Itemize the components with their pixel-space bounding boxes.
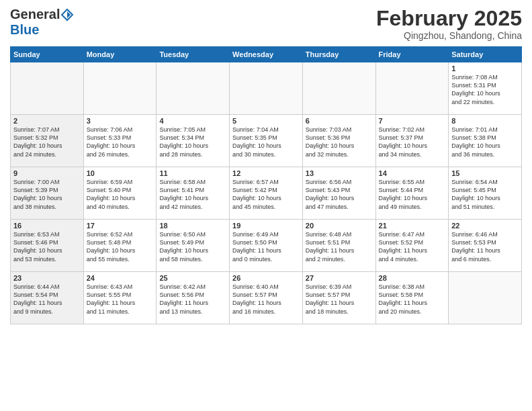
day-info: Sunrise: 7:06 AM Sunset: 5:33 PM Dayligh… xyxy=(87,126,154,158)
day-info: Sunrise: 6:49 AM Sunset: 5:50 PM Dayligh… xyxy=(232,230,300,263)
day-info: Sunrise: 6:55 AM Sunset: 5:44 PM Dayligh… xyxy=(379,178,446,211)
day-info: Sunrise: 7:03 AM Sunset: 5:36 PM Dayligh… xyxy=(306,126,373,158)
calendar-cell: 6Sunrise: 7:03 AM Sunset: 5:36 PM Daylig… xyxy=(302,115,375,167)
day-number: 13 xyxy=(306,169,373,177)
weekday-header-monday: Monday xyxy=(83,47,157,62)
day-number: 14 xyxy=(379,169,446,177)
logo-general-text: General xyxy=(10,7,60,22)
calendar-cell: 21Sunrise: 6:47 AM Sunset: 5:52 PM Dayli… xyxy=(375,220,449,272)
day-number: 6 xyxy=(306,117,373,125)
day-number: 17 xyxy=(87,222,154,230)
calendar-cell: 14Sunrise: 6:55 AM Sunset: 5:44 PM Dayli… xyxy=(375,167,449,220)
day-number: 7 xyxy=(379,117,446,125)
calendar-cell: 4Sunrise: 7:05 AM Sunset: 5:34 PM Daylig… xyxy=(157,115,230,167)
day-info: Sunrise: 6:46 AM Sunset: 5:53 PM Dayligh… xyxy=(451,230,519,263)
week-row-5: 23Sunrise: 6:44 AM Sunset: 5:54 PM Dayli… xyxy=(11,272,522,324)
header: General Blue February 2025 Qingzhou, Sha… xyxy=(10,7,522,41)
day-number: 15 xyxy=(451,169,519,177)
day-info: Sunrise: 6:43 AM Sunset: 5:55 PM Dayligh… xyxy=(87,283,154,316)
calendar-cell: 18Sunrise: 6:50 AM Sunset: 5:49 PM Dayli… xyxy=(157,220,230,272)
calendar-cell: 15Sunrise: 6:54 AM Sunset: 5:45 PM Dayli… xyxy=(449,167,522,220)
day-info: Sunrise: 6:59 AM Sunset: 5:40 PM Dayligh… xyxy=(87,178,154,211)
day-number: 27 xyxy=(306,274,373,282)
day-number: 16 xyxy=(13,222,81,230)
weekday-header-wednesday: Wednesday xyxy=(230,47,303,62)
day-info: Sunrise: 7:08 AM Sunset: 5:31 PM Dayligh… xyxy=(451,73,519,106)
week-row-1: 1Sunrise: 7:08 AM Sunset: 5:31 PM Daylig… xyxy=(11,62,522,115)
logo: General Blue xyxy=(10,7,75,38)
day-info: Sunrise: 6:54 AM Sunset: 5:45 PM Dayligh… xyxy=(451,178,519,211)
logo-blue-text: Blue xyxy=(10,22,39,38)
weekday-header-saturday: Saturday xyxy=(449,47,522,62)
calendar-cell: 12Sunrise: 6:57 AM Sunset: 5:42 PM Dayli… xyxy=(230,167,303,220)
day-number: 1 xyxy=(451,64,519,73)
day-number: 25 xyxy=(159,274,226,282)
day-info: Sunrise: 6:44 AM Sunset: 5:54 PM Dayligh… xyxy=(13,283,81,316)
week-row-4: 16Sunrise: 6:53 AM Sunset: 5:46 PM Dayli… xyxy=(11,220,522,272)
calendar-cell: 2Sunrise: 7:07 AM Sunset: 5:32 PM Daylig… xyxy=(11,115,84,167)
weekday-header-thursday: Thursday xyxy=(302,47,375,62)
day-number: 28 xyxy=(379,274,446,282)
day-number: 12 xyxy=(232,169,300,177)
calendar-cell: 28Sunrise: 6:38 AM Sunset: 5:58 PM Dayli… xyxy=(375,272,449,324)
calendar-cell: 7Sunrise: 7:02 AM Sunset: 5:37 PM Daylig… xyxy=(375,115,449,167)
calendar-cell xyxy=(375,62,449,115)
calendar-cell xyxy=(302,62,375,115)
calendar-cell xyxy=(11,62,84,115)
day-number: 3 xyxy=(87,117,154,125)
calendar-cell: 17Sunrise: 6:52 AM Sunset: 5:48 PM Dayli… xyxy=(83,220,157,272)
day-info: Sunrise: 6:47 AM Sunset: 5:52 PM Dayligh… xyxy=(379,230,446,263)
day-number: 19 xyxy=(232,222,300,230)
day-number: 2 xyxy=(13,117,81,125)
day-number: 4 xyxy=(159,117,226,125)
day-number: 22 xyxy=(451,222,519,230)
logo-icon xyxy=(60,8,74,21)
location: Qingzhou, Shandong, China xyxy=(376,30,522,41)
day-info: Sunrise: 7:07 AM Sunset: 5:32 PM Dayligh… xyxy=(13,126,81,158)
calendar-cell: 26Sunrise: 6:40 AM Sunset: 5:57 PM Dayli… xyxy=(230,272,303,324)
calendar-cell xyxy=(230,62,303,115)
calendar-cell: 16Sunrise: 6:53 AM Sunset: 5:46 PM Dayli… xyxy=(11,220,84,272)
day-info: Sunrise: 6:42 AM Sunset: 5:56 PM Dayligh… xyxy=(159,283,226,316)
calendar-cell: 9Sunrise: 7:00 AM Sunset: 5:39 PM Daylig… xyxy=(11,167,84,220)
day-info: Sunrise: 6:38 AM Sunset: 5:58 PM Dayligh… xyxy=(379,283,446,316)
calendar-cell: 10Sunrise: 6:59 AM Sunset: 5:40 PM Dayli… xyxy=(83,167,157,220)
day-info: Sunrise: 6:48 AM Sunset: 5:51 PM Dayligh… xyxy=(306,230,373,263)
title-section: February 2025 Qingzhou, Shandong, China xyxy=(376,7,522,41)
day-number: 9 xyxy=(13,169,81,177)
calendar-cell: 13Sunrise: 6:56 AM Sunset: 5:43 PM Dayli… xyxy=(302,167,375,220)
calendar-cell xyxy=(83,62,157,115)
day-info: Sunrise: 7:04 AM Sunset: 5:35 PM Dayligh… xyxy=(232,126,300,158)
day-info: Sunrise: 6:58 AM Sunset: 5:41 PM Dayligh… xyxy=(159,178,226,211)
day-info: Sunrise: 7:05 AM Sunset: 5:34 PM Dayligh… xyxy=(159,126,226,158)
day-info: Sunrise: 6:57 AM Sunset: 5:42 PM Dayligh… xyxy=(232,178,300,211)
calendar-cell: 1Sunrise: 7:08 AM Sunset: 5:31 PM Daylig… xyxy=(449,62,522,115)
day-number: 18 xyxy=(159,222,226,230)
day-number: 10 xyxy=(87,169,154,177)
day-info: Sunrise: 6:53 AM Sunset: 5:46 PM Dayligh… xyxy=(13,230,81,263)
weekday-header-friday: Friday xyxy=(375,47,449,62)
day-info: Sunrise: 7:00 AM Sunset: 5:39 PM Dayligh… xyxy=(13,178,81,211)
calendar-cell: 19Sunrise: 6:49 AM Sunset: 5:50 PM Dayli… xyxy=(230,220,303,272)
calendar-cell: 24Sunrise: 6:43 AM Sunset: 5:55 PM Dayli… xyxy=(83,272,157,324)
day-number: 5 xyxy=(232,117,300,125)
day-number: 20 xyxy=(306,222,373,230)
calendar-cell: 5Sunrise: 7:04 AM Sunset: 5:35 PM Daylig… xyxy=(230,115,303,167)
day-number: 8 xyxy=(451,117,519,125)
day-info: Sunrise: 6:39 AM Sunset: 5:57 PM Dayligh… xyxy=(306,283,373,316)
month-title: February 2025 xyxy=(376,7,522,30)
day-info: Sunrise: 6:40 AM Sunset: 5:57 PM Dayligh… xyxy=(232,283,300,316)
calendar-cell xyxy=(449,272,522,324)
calendar-cell: 11Sunrise: 6:58 AM Sunset: 5:41 PM Dayli… xyxy=(157,167,230,220)
calendar-cell: 22Sunrise: 6:46 AM Sunset: 5:53 PM Dayli… xyxy=(449,220,522,272)
day-number: 23 xyxy=(13,274,81,282)
day-info: Sunrise: 6:56 AM Sunset: 5:43 PM Dayligh… xyxy=(306,178,373,211)
week-row-3: 9Sunrise: 7:00 AM Sunset: 5:39 PM Daylig… xyxy=(11,167,522,220)
weekday-header-sunday: Sunday xyxy=(11,47,84,62)
day-number: 26 xyxy=(232,274,300,282)
day-number: 21 xyxy=(379,222,446,230)
calendar-cell xyxy=(157,62,230,115)
day-number: 24 xyxy=(87,274,154,282)
calendar-cell: 20Sunrise: 6:48 AM Sunset: 5:51 PM Dayli… xyxy=(302,220,375,272)
calendar-table: SundayMondayTuesdayWednesdayThursdayFrid… xyxy=(10,46,522,324)
